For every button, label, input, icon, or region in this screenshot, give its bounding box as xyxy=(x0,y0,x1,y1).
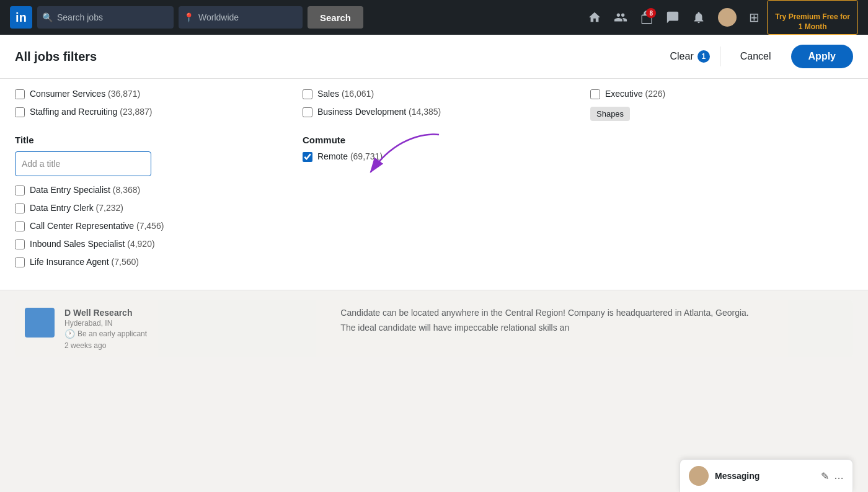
notification-badge: 8 xyxy=(646,8,656,18)
filter-content: Consumer Services (36,871) Staffing and … xyxy=(0,79,868,290)
nav-network[interactable] xyxy=(609,11,632,24)
company-logo xyxy=(25,308,55,338)
search-button[interactable]: Search xyxy=(308,6,363,29)
checkbox-data-entry-specialist[interactable]: Data Entry Specialist (8,368) xyxy=(15,185,278,195)
commute-section: Commute Remote (69,731) xyxy=(303,135,565,275)
checkbox-executive-input[interactable] xyxy=(590,89,600,99)
checkbox-data-entry-clerk-input[interactable] xyxy=(15,204,25,213)
actions-divider xyxy=(720,47,720,66)
checkbox-data-entry-clerk[interactable]: Data Entry Clerk (7,232) xyxy=(15,203,278,213)
nav-messaging[interactable] xyxy=(661,11,684,24)
location-input[interactable] xyxy=(179,6,303,29)
checkbox-consumer-services-input[interactable] xyxy=(15,89,25,99)
linkedin-logo[interactable]: in xyxy=(10,6,32,29)
clear-badge: 1 xyxy=(698,50,710,63)
search-jobs-input[interactable] xyxy=(37,6,174,29)
job-card: D Well Research Hyderabad, IN 🕐 Be an ea… xyxy=(15,300,853,357)
shapes-button[interactable]: Shapes xyxy=(590,107,630,121)
checkbox-inbound-sales-input[interactable] xyxy=(15,239,25,249)
nav-home[interactable] xyxy=(583,11,606,24)
location-icon: 📍 xyxy=(184,12,194,22)
checkbox-remote-input[interactable] xyxy=(303,152,312,162)
header-nav: 8 ⊞ Try Premium Free for1 Month xyxy=(583,0,858,35)
job-meta: 🕐 Be an early applicant xyxy=(64,329,316,339)
checkbox-data-entry-specialist-input[interactable] xyxy=(15,186,25,195)
checkbox-consumer-services[interactable]: Consumer Services (36,871) xyxy=(15,89,278,99)
checkbox-executive[interactable]: Executive (226) xyxy=(590,89,853,99)
checkbox-biz-dev[interactable]: Business Development (14,385) xyxy=(303,107,565,117)
job-info: D Well Research Hyderabad, IN 🕐 Be an ea… xyxy=(64,308,316,350)
grid-icon[interactable]: ⊞ xyxy=(744,10,764,25)
search-jobs-wrap: 🔍 xyxy=(37,6,174,29)
header: in 🔍 📍 Search 8 ⊞ Try Premium Fre xyxy=(0,0,868,35)
title-section: Title Data Entry Specialist (8,368) Data… xyxy=(15,135,278,275)
title-input[interactable] xyxy=(15,151,151,176)
job-description-1: Candidate can be located anywhere in the… xyxy=(340,308,843,318)
checkbox-sales-input[interactable] xyxy=(303,89,312,99)
title-checkboxes: Data Entry Specialist (8,368) Data Entry… xyxy=(15,185,278,267)
filter-title: All jobs filters xyxy=(15,50,97,64)
nav-avatar[interactable] xyxy=(713,8,742,27)
job-time: 2 weeks ago xyxy=(64,341,316,350)
nav-notifications[interactable] xyxy=(687,11,711,24)
industry-col-3: Executive (226) Shapes xyxy=(590,89,853,125)
checkbox-call-center[interactable]: Call Center Representa­tive (7,456) xyxy=(15,221,278,231)
commute-label: Commute xyxy=(303,135,565,145)
company-name: D Well Research xyxy=(64,308,316,318)
job-description-area: Candidate can be located anywhere in the… xyxy=(326,308,843,350)
search-icon: 🔍 xyxy=(42,12,53,22)
empty-col xyxy=(590,135,853,275)
checkbox-call-center-input[interactable] xyxy=(15,221,25,231)
checkbox-life-insurance-input[interactable] xyxy=(15,257,25,267)
job-location: Hyderabad, IN xyxy=(64,319,316,328)
checkbox-sales[interactable]: Sales (16,061) xyxy=(303,89,565,99)
checkbox-inbound-sales[interactable]: Inbound Sales Special­ist (4,920) xyxy=(15,239,278,249)
clear-button[interactable]: Clear 1 xyxy=(670,50,710,63)
filter-panel: All jobs filters Clear 1 Cancel Apply Co… xyxy=(0,35,868,290)
checkbox-staffing[interactable]: Staffing and Recruit­ing (23,887) xyxy=(15,107,278,117)
cancel-button[interactable]: Cancel xyxy=(730,46,781,67)
checkbox-life-insurance[interactable]: Life Insurance Agent (7,560) xyxy=(15,257,278,267)
premium-button[interactable]: Try Premium Free for1 Month xyxy=(767,0,858,35)
apply-button[interactable]: Apply xyxy=(791,45,853,68)
location-wrap: 📍 xyxy=(179,6,303,29)
filter-header: All jobs filters Clear 1 Cancel Apply xyxy=(0,35,868,79)
filter-actions: Clear 1 Cancel Apply xyxy=(670,45,854,68)
background-content: D Well Research Hyderabad, IN 🕐 Be an ea… xyxy=(0,290,868,367)
title-commute-row: Title Data Entry Specialist (8,368) Data… xyxy=(15,135,853,275)
checkbox-remote[interactable]: Remote (69,731) xyxy=(303,151,565,162)
checkbox-staffing-input[interactable] xyxy=(15,107,25,117)
industry-col-2: Sales (16,061) Business Development (14,… xyxy=(303,89,565,125)
avatar xyxy=(718,8,737,27)
job-description-2: The ideal candidate will have impeccable… xyxy=(340,323,843,333)
industry-col-1: Consumer Services (36,871) Staffing and … xyxy=(15,89,278,125)
title-section-label: Title xyxy=(15,135,278,145)
nav-jobs[interactable]: 8 xyxy=(635,11,658,24)
industry-row: Consumer Services (36,871) Staffing and … xyxy=(15,89,853,125)
filter-scroll-area[interactable]: Consumer Services (36,871) Staffing and … xyxy=(0,79,868,290)
checkbox-biz-dev-input[interactable] xyxy=(303,107,312,117)
